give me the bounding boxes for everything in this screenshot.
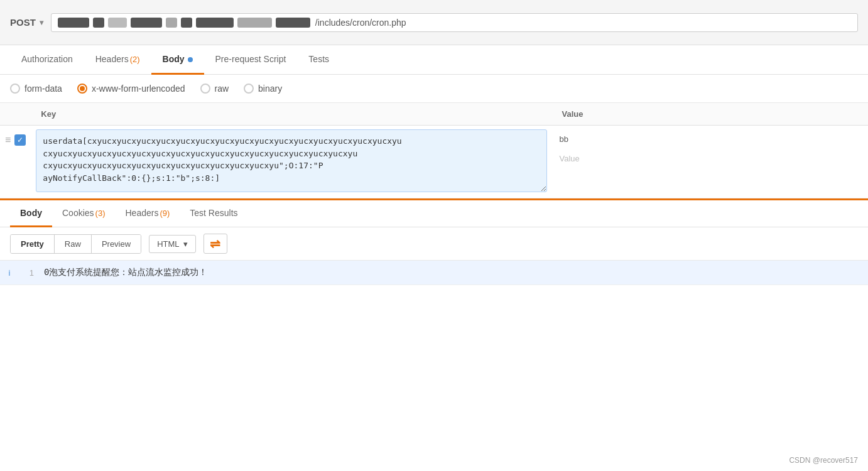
url-seg-4 <box>131 18 162 28</box>
url-seg-1 <box>58 18 89 28</box>
method-chevron: ▾ <box>40 18 43 27</box>
resp-tab-body[interactable]: Body <box>10 200 52 227</box>
request-tabs-row: Authorization Headers(2) Body Pre-reques… <box>0 45 868 75</box>
method-button[interactable]: POST ▾ <box>10 17 43 28</box>
view-raw-button[interactable]: Raw <box>55 235 92 253</box>
url-seg-5 <box>166 18 177 28</box>
line-number: 1 <box>19 268 44 278</box>
view-pretty-button[interactable]: Pretty <box>11 235 55 253</box>
radio-raw-circle <box>200 84 210 94</box>
response-content: i 1 0泡支付系统提醒您：站点流水监控成功！ <box>0 261 868 285</box>
method-label: POST <box>10 17 36 28</box>
tab-pre-request-script[interactable]: Pre-request Script <box>204 45 298 75</box>
resp-tab-headers[interactable]: Headers(9) <box>115 200 180 227</box>
table-row: ≡ ✓ userdata[cxyucxyucxyucxyucxyucxyucxy… <box>0 126 868 198</box>
radio-form-data[interactable]: form-data <box>10 84 62 94</box>
resp-tab-cookies[interactable]: Cookies(3) <box>52 200 115 227</box>
url-input-area[interactable]: /includes/cron/cron.php <box>51 13 858 32</box>
tab-headers[interactable]: Headers(2) <box>84 45 151 75</box>
format-select[interactable]: HTML ▾ <box>149 235 195 253</box>
url-seg-7 <box>196 18 234 28</box>
url-bar: POST ▾ /includes/cron/cron.php <box>0 0 868 45</box>
url-seg-9 <box>276 18 310 28</box>
response-tabs-row: Body Cookies(3) Headers(9) Test Results <box>0 198 868 227</box>
tab-body[interactable]: Body <box>151 45 204 75</box>
kv-table: Key Value ≡ ✓ userdata[cxyucxyucxyucxyuc… <box>0 103 868 198</box>
view-btn-group: Pretty Raw Preview <box>10 234 141 254</box>
radio-raw[interactable]: raw <box>200 84 229 94</box>
row-checkbox[interactable]: ✓ <box>14 134 26 146</box>
body-type-row: form-data x-www-form-urlencoded raw bina… <box>0 75 868 103</box>
attribution: CSDN @recover517 <box>789 456 858 465</box>
line-info-icon: i <box>0 268 19 278</box>
col-key: Key <box>31 103 551 126</box>
viewer-toolbar: Pretty Raw Preview HTML ▾ ⇌ <box>0 227 868 261</box>
code-line-1: i 1 0泡支付系统提醒您：站点流水监控成功！ <box>0 261 868 285</box>
key-input[interactable]: userdata[cxyucxyucxyucxyucxyucxyucxyucxy… <box>36 129 546 192</box>
view-preview-button[interactable]: Preview <box>92 235 141 253</box>
format-label: HTML <box>157 239 179 249</box>
resp-tab-test-results[interactable]: Test Results <box>180 200 247 227</box>
row-controls-cell: ≡ ✓ <box>0 126 31 198</box>
url-seg-6 <box>181 18 192 28</box>
row-controls: ≡ ✓ <box>5 129 26 146</box>
wrap-button[interactable]: ⇌ <box>203 234 227 254</box>
radio-urlencoded[interactable]: x-www-form-urlencoded <box>77 84 185 94</box>
drag-handle-icon[interactable]: ≡ <box>5 134 11 146</box>
col-value: Value <box>552 103 868 126</box>
value-display: bb <box>557 129 863 149</box>
value-cell[interactable]: bb Value <box>552 126 868 198</box>
tab-tests[interactable]: Tests <box>297 45 340 75</box>
radio-form-data-circle <box>10 84 20 94</box>
wrap-icon: ⇌ <box>210 236 220 251</box>
url-seg-3 <box>108 18 127 28</box>
line-text: 0泡支付系统提醒您：站点流水监控成功！ <box>44 267 207 278</box>
body-dot <box>188 57 193 62</box>
format-chevron-icon: ▾ <box>183 239 188 249</box>
col-checkbox <box>0 103 31 126</box>
url-breadcrumbs <box>58 18 310 28</box>
value-placeholder: Value <box>557 149 863 168</box>
tab-authorization[interactable]: Authorization <box>10 45 84 75</box>
radio-binary-circle <box>244 84 254 94</box>
radio-binary[interactable]: binary <box>244 84 282 94</box>
radio-urlencoded-circle <box>77 84 87 94</box>
url-seg-8 <box>237 18 272 28</box>
url-path: /includes/cron/cron.php <box>315 18 851 28</box>
key-cell[interactable]: userdata[cxyucxyucxyucxyucxyucxyucxyucxy… <box>31 126 551 198</box>
url-seg-2 <box>93 18 104 28</box>
